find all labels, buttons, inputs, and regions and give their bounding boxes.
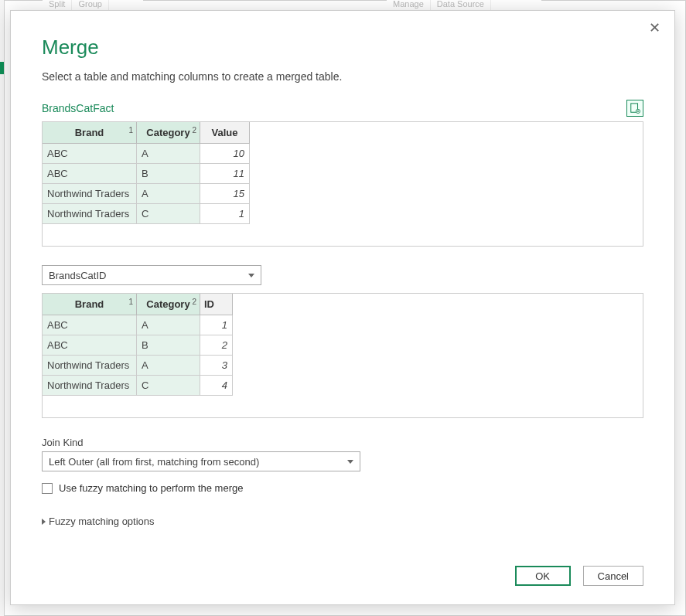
chevron-down-icon xyxy=(347,460,353,464)
ok-button-label: OK xyxy=(535,570,550,582)
join-kind-selector[interactable]: Left Outer (all from first, matching fro… xyxy=(42,451,360,471)
cell: B xyxy=(137,335,200,356)
col-header[interactable]: Value xyxy=(201,127,248,138)
fuzzy-match-checkbox[interactable]: Use fuzzy matching to perform the merge xyxy=(42,482,643,494)
col-header[interactable]: Category xyxy=(138,127,199,138)
cancel-button[interactable]: Cancel xyxy=(583,566,643,586)
fuzzy-options-expander[interactable]: Fuzzy matching options xyxy=(42,516,643,527)
checkbox-icon xyxy=(42,483,53,494)
cell: Northwind Traders xyxy=(43,184,137,204)
row-selection-strip xyxy=(0,62,4,74)
cell: 4 xyxy=(200,376,233,396)
join-kind-label: Join Kind xyxy=(42,437,643,448)
fuzzy-match-label: Use fuzzy matching to perform the merge xyxy=(59,482,243,494)
col-header[interactable]: Brand xyxy=(43,127,135,138)
chevron-down-icon xyxy=(248,274,254,277)
dialog-title: Merge xyxy=(42,36,643,60)
sort-order-badge: 2 xyxy=(192,126,196,134)
expand-table-icon xyxy=(630,103,640,114)
merge-dialog: ✕ Merge Select a table and matching colu… xyxy=(10,10,675,605)
cell: 1 xyxy=(200,204,250,224)
cell: C xyxy=(137,204,200,224)
dialog-subtitle: Select a table and matching columns to c… xyxy=(42,70,643,83)
secondary-table-preview[interactable]: Brand1 Category2 ID ABCA1 ABCB2 Northwin… xyxy=(42,293,643,418)
close-icon: ✕ xyxy=(649,21,660,35)
cell: B xyxy=(137,164,200,184)
ribbon-item: Group xyxy=(72,0,109,11)
cell: 15 xyxy=(200,184,250,204)
cell: ABC xyxy=(43,335,137,356)
cell: Northwind Traders xyxy=(43,204,137,224)
primary-table-name: BrandsCatFact xyxy=(42,102,114,114)
cell: 10 xyxy=(200,144,250,164)
expand-table-button[interactable] xyxy=(626,100,643,117)
cell: ABC xyxy=(43,164,137,184)
cell: Northwind Traders xyxy=(43,376,137,396)
primary-table-preview[interactable]: Brand1 Category2 Value ABCA10 ABCB11 Nor… xyxy=(42,121,643,247)
secondary-table-selected: BrandsCatID xyxy=(49,270,106,281)
secondary-table-selector[interactable]: BrandsCatID xyxy=(42,265,261,285)
sort-order-badge: 2 xyxy=(192,298,196,306)
close-button[interactable]: ✕ xyxy=(645,19,664,37)
ribbon-item: Split xyxy=(43,0,72,11)
cell: C xyxy=(137,376,200,396)
ribbon-item: Manage xyxy=(387,0,431,11)
cell: 1 xyxy=(200,315,233,335)
cell: ABC xyxy=(43,315,137,335)
cell: 3 xyxy=(200,356,233,376)
col-header[interactable]: Category xyxy=(138,298,199,310)
cell: 11 xyxy=(200,164,250,184)
cancel-button-label: Cancel xyxy=(598,570,629,582)
col-header[interactable]: Brand xyxy=(43,298,135,310)
cell: Northwind Traders xyxy=(43,356,137,376)
cell: A xyxy=(137,356,200,376)
cell: 2 xyxy=(200,335,233,356)
caret-right-icon xyxy=(42,519,46,525)
col-header[interactable]: ID xyxy=(201,298,231,310)
sort-order-badge: 1 xyxy=(128,126,133,134)
cell: A xyxy=(137,184,200,204)
ok-button[interactable]: OK xyxy=(515,566,571,586)
sort-order-badge: 1 xyxy=(128,298,133,306)
cell: A xyxy=(137,144,200,164)
cell: A xyxy=(137,315,200,335)
cell: ABC xyxy=(43,144,137,164)
join-kind-selected: Left Outer (all from first, matching fro… xyxy=(49,456,259,468)
ribbon-item: Data Source xyxy=(431,0,491,11)
fuzzy-options-label: Fuzzy matching options xyxy=(49,516,155,527)
